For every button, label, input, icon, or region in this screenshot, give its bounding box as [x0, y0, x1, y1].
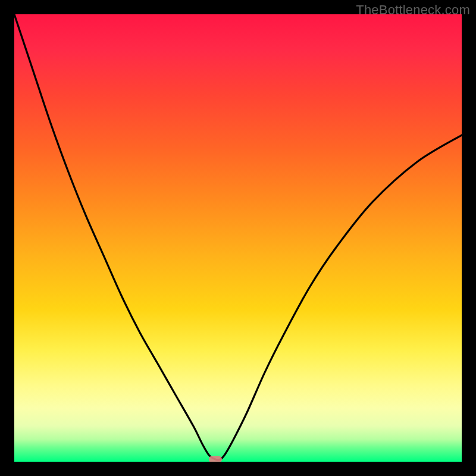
chart-frame: TheBottleneck.com	[0, 0, 476, 476]
watermark-text: TheBottleneck.com	[356, 2, 470, 18]
optimum-marker	[209, 456, 222, 462]
plot-area	[14, 14, 462, 462]
bottleneck-curve	[14, 14, 462, 462]
